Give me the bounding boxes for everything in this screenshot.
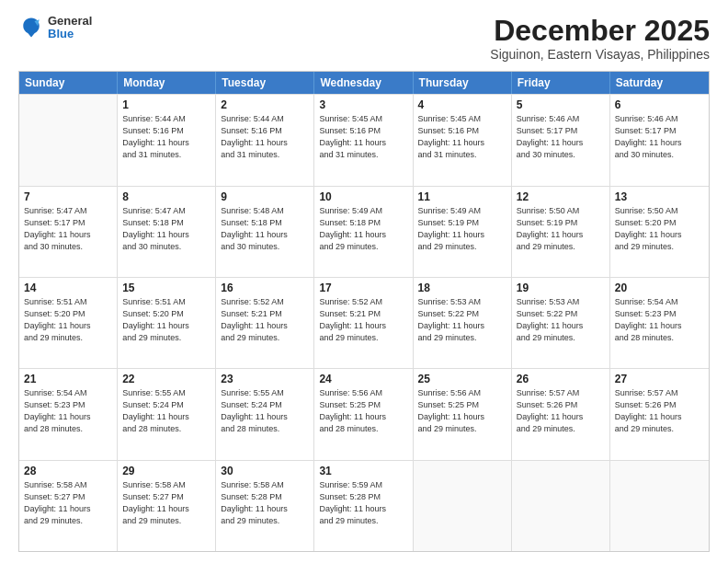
cal-week-3: 14Sunrise: 5:51 AM Sunset: 5:20 PM Dayli… [19,277,709,368]
day-number: 19 [517,282,605,294]
cell-info: Sunrise: 5:49 AM Sunset: 5:18 PM Dayligh… [319,205,407,253]
day-number: 13 [615,190,704,203]
cal-cell [414,461,512,551]
cell-info: Sunrise: 5:48 AM Sunset: 5:18 PM Dayligh… [221,205,309,253]
cal-cell: 10Sunrise: 5:49 AM Sunset: 5:18 PM Dayli… [314,187,413,277]
cal-header-thursday: Thursday [414,72,512,94]
day-number: 10 [319,190,407,203]
cell-info: Sunrise: 5:55 AM Sunset: 5:24 PM Dayligh… [221,387,309,435]
cal-cell: 1Sunrise: 5:44 AM Sunset: 5:16 PM Daylig… [118,95,216,185]
day-number: 7 [24,190,112,203]
cal-cell: 27Sunrise: 5:57 AM Sunset: 5:26 PM Dayli… [610,369,709,459]
header: General Blue December 2025 Siguinon, Eas… [18,15,710,62]
calendar-body: 1Sunrise: 5:44 AM Sunset: 5:16 PM Daylig… [19,94,709,551]
day-number: 31 [319,465,407,477]
cal-week-5: 28Sunrise: 5:58 AM Sunset: 5:27 PM Dayli… [19,460,709,551]
cal-header-monday: Monday [118,72,216,94]
day-number: 1 [122,98,210,111]
day-number: 2 [221,98,309,111]
cal-cell: 18Sunrise: 5:53 AM Sunset: 5:22 PM Dayli… [414,278,512,368]
cal-cell: 4Sunrise: 5:45 AM Sunset: 5:16 PM Daylig… [414,95,512,185]
cell-info: Sunrise: 5:51 AM Sunset: 5:20 PM Dayligh… [24,296,112,344]
cell-info: Sunrise: 5:46 AM Sunset: 5:17 PM Dayligh… [615,113,704,161]
cal-cell: 13Sunrise: 5:50 AM Sunset: 5:20 PM Dayli… [610,187,709,277]
cal-cell: 20Sunrise: 5:54 AM Sunset: 5:23 PM Dayli… [610,278,709,368]
cal-cell: 6Sunrise: 5:46 AM Sunset: 5:17 PM Daylig… [610,95,709,185]
cal-cell: 12Sunrise: 5:50 AM Sunset: 5:19 PM Dayli… [512,187,610,277]
day-number: 15 [122,282,210,294]
calendar-header: SundayMondayTuesdayWednesdayThursdayFrid… [19,72,709,94]
cell-info: Sunrise: 5:57 AM Sunset: 5:26 PM Dayligh… [517,387,605,435]
cal-cell [512,461,610,551]
day-number: 29 [122,465,210,477]
day-number: 23 [221,373,309,385]
day-number: 5 [517,98,605,111]
day-number: 25 [418,373,506,385]
cell-info: Sunrise: 5:52 AM Sunset: 5:21 PM Dayligh… [221,296,309,344]
cell-info: Sunrise: 5:45 AM Sunset: 5:16 PM Dayligh… [418,113,506,161]
page: General Blue December 2025 Siguinon, Eas… [0,0,728,563]
cell-info: Sunrise: 5:44 AM Sunset: 5:16 PM Dayligh… [221,113,309,161]
day-number: 26 [517,373,605,385]
cal-cell [610,461,709,551]
day-number: 12 [517,190,605,203]
cal-cell: 8Sunrise: 5:47 AM Sunset: 5:18 PM Daylig… [118,187,216,277]
cal-header-friday: Friday [512,72,610,94]
cell-info: Sunrise: 5:46 AM Sunset: 5:17 PM Dayligh… [517,113,605,161]
cal-cell: 19Sunrise: 5:53 AM Sunset: 5:22 PM Dayli… [512,278,610,368]
cell-info: Sunrise: 5:59 AM Sunset: 5:28 PM Dayligh… [319,479,407,527]
month-title: December 2025 [490,15,710,47]
day-number: 21 [24,373,112,385]
day-number: 22 [122,373,210,385]
cal-cell: 16Sunrise: 5:52 AM Sunset: 5:21 PM Dayli… [216,278,314,368]
cell-info: Sunrise: 5:55 AM Sunset: 5:24 PM Dayligh… [122,387,210,435]
cal-cell: 15Sunrise: 5:51 AM Sunset: 5:20 PM Dayli… [118,278,216,368]
cal-cell: 30Sunrise: 5:58 AM Sunset: 5:28 PM Dayli… [216,461,314,551]
cell-info: Sunrise: 5:54 AM Sunset: 5:23 PM Dayligh… [615,296,704,344]
cal-week-4: 21Sunrise: 5:54 AM Sunset: 5:23 PM Dayli… [19,368,709,459]
day-number: 8 [122,190,210,203]
cal-cell: 22Sunrise: 5:55 AM Sunset: 5:24 PM Dayli… [118,369,216,459]
cal-cell: 24Sunrise: 5:56 AM Sunset: 5:25 PM Dayli… [314,369,413,459]
cell-info: Sunrise: 5:57 AM Sunset: 5:26 PM Dayligh… [615,387,704,435]
cal-cell: 2Sunrise: 5:44 AM Sunset: 5:16 PM Daylig… [216,95,314,185]
cal-cell: 9Sunrise: 5:48 AM Sunset: 5:18 PM Daylig… [216,187,314,277]
cal-header-saturday: Saturday [610,72,709,94]
cell-info: Sunrise: 5:47 AM Sunset: 5:18 PM Dayligh… [122,205,210,253]
cell-info: Sunrise: 5:53 AM Sunset: 5:22 PM Dayligh… [517,296,605,344]
title-area: December 2025 Siguinon, Eastern Visayas,… [490,15,710,62]
day-number: 18 [418,282,506,294]
day-number: 24 [319,373,407,385]
cell-info: Sunrise: 5:58 AM Sunset: 5:27 PM Dayligh… [122,479,210,527]
cal-cell: 3Sunrise: 5:45 AM Sunset: 5:16 PM Daylig… [314,95,413,185]
cal-cell: 17Sunrise: 5:52 AM Sunset: 5:21 PM Dayli… [314,278,413,368]
cal-header-tuesday: Tuesday [216,72,314,94]
cal-cell: 29Sunrise: 5:58 AM Sunset: 5:27 PM Dayli… [118,461,216,551]
logo-blue-text: Blue [48,28,92,40]
cell-info: Sunrise: 5:54 AM Sunset: 5:23 PM Dayligh… [24,387,112,435]
day-number: 11 [418,190,506,203]
cell-info: Sunrise: 5:49 AM Sunset: 5:19 PM Dayligh… [418,205,506,253]
logo-general-text: General [48,15,92,28]
cal-cell: 28Sunrise: 5:58 AM Sunset: 5:27 PM Dayli… [19,461,118,551]
location: Siguinon, Eastern Visayas, Philippines [490,47,710,62]
cell-info: Sunrise: 5:58 AM Sunset: 5:27 PM Dayligh… [24,479,112,527]
cal-cell: 26Sunrise: 5:57 AM Sunset: 5:26 PM Dayli… [512,369,610,459]
cell-info: Sunrise: 5:53 AM Sunset: 5:22 PM Dayligh… [418,296,506,344]
day-number: 6 [615,98,704,111]
cell-info: Sunrise: 5:56 AM Sunset: 5:25 PM Dayligh… [418,387,506,435]
cal-cell: 25Sunrise: 5:56 AM Sunset: 5:25 PM Dayli… [414,369,512,459]
cal-cell: 14Sunrise: 5:51 AM Sunset: 5:20 PM Dayli… [19,278,118,368]
cell-info: Sunrise: 5:52 AM Sunset: 5:21 PM Dayligh… [319,296,407,344]
cal-cell: 23Sunrise: 5:55 AM Sunset: 5:24 PM Dayli… [216,369,314,459]
day-number: 16 [221,282,309,294]
day-number: 28 [24,465,112,477]
cal-header-sunday: Sunday [19,72,118,94]
cal-cell: 21Sunrise: 5:54 AM Sunset: 5:23 PM Dayli… [19,369,118,459]
cell-info: Sunrise: 5:51 AM Sunset: 5:20 PM Dayligh… [122,296,210,344]
cal-cell [19,95,118,185]
cal-cell: 31Sunrise: 5:59 AM Sunset: 5:28 PM Dayli… [314,461,413,551]
cell-info: Sunrise: 5:47 AM Sunset: 5:17 PM Dayligh… [24,205,112,253]
logo: General Blue [18,15,92,41]
cal-week-2: 7Sunrise: 5:47 AM Sunset: 5:17 PM Daylig… [19,186,709,277]
